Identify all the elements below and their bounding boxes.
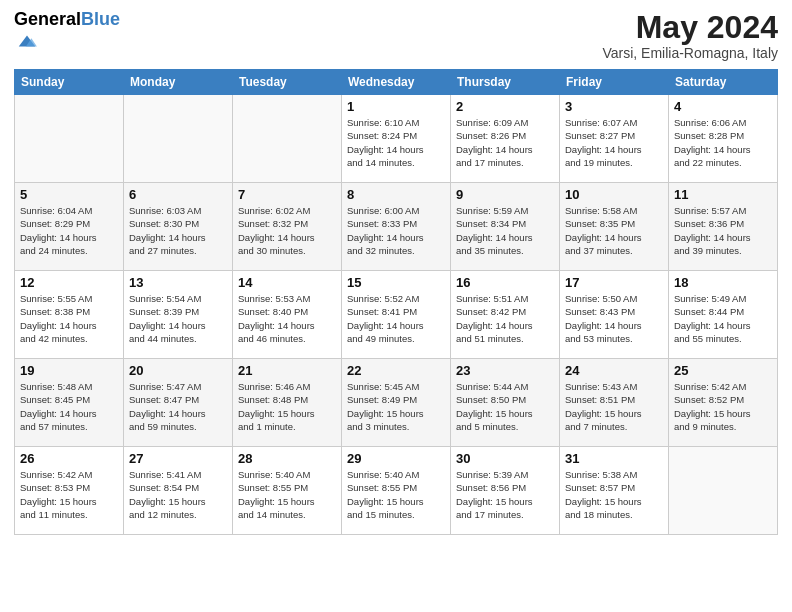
day-number: 5	[20, 187, 118, 202]
day-info: Sunrise: 5:41 AM Sunset: 8:54 PM Dayligh…	[129, 468, 227, 521]
calendar-cell: 13Sunrise: 5:54 AM Sunset: 8:39 PM Dayli…	[124, 271, 233, 359]
day-number: 27	[129, 451, 227, 466]
calendar-cell: 18Sunrise: 5:49 AM Sunset: 8:44 PM Dayli…	[669, 271, 778, 359]
day-info: Sunrise: 5:52 AM Sunset: 8:41 PM Dayligh…	[347, 292, 445, 345]
calendar-cell	[124, 95, 233, 183]
day-number: 15	[347, 275, 445, 290]
calendar-cell	[15, 95, 124, 183]
calendar-cell: 3Sunrise: 6:07 AM Sunset: 8:27 PM Daylig…	[560, 95, 669, 183]
day-number: 9	[456, 187, 554, 202]
day-info: Sunrise: 6:07 AM Sunset: 8:27 PM Dayligh…	[565, 116, 663, 169]
day-number: 20	[129, 363, 227, 378]
day-number: 18	[674, 275, 772, 290]
day-info: Sunrise: 5:58 AM Sunset: 8:35 PM Dayligh…	[565, 204, 663, 257]
day-number: 24	[565, 363, 663, 378]
day-number: 10	[565, 187, 663, 202]
calendar-cell: 17Sunrise: 5:50 AM Sunset: 8:43 PM Dayli…	[560, 271, 669, 359]
col-header-friday: Friday	[560, 70, 669, 95]
day-number: 19	[20, 363, 118, 378]
subtitle: Varsi, Emilia-Romagna, Italy	[602, 45, 778, 61]
day-number: 17	[565, 275, 663, 290]
day-number: 25	[674, 363, 772, 378]
calendar-cell: 20Sunrise: 5:47 AM Sunset: 8:47 PM Dayli…	[124, 359, 233, 447]
day-info: Sunrise: 5:51 AM Sunset: 8:42 PM Dayligh…	[456, 292, 554, 345]
calendar-cell	[233, 95, 342, 183]
calendar-cell: 30Sunrise: 5:39 AM Sunset: 8:56 PM Dayli…	[451, 447, 560, 535]
logo-text: GeneralBlue	[14, 10, 120, 30]
calendar-cell: 15Sunrise: 5:52 AM Sunset: 8:41 PM Dayli…	[342, 271, 451, 359]
col-header-wednesday: Wednesday	[342, 70, 451, 95]
calendar-cell: 24Sunrise: 5:43 AM Sunset: 8:51 PM Dayli…	[560, 359, 669, 447]
calendar-cell: 1Sunrise: 6:10 AM Sunset: 8:24 PM Daylig…	[342, 95, 451, 183]
calendar-cell: 9Sunrise: 5:59 AM Sunset: 8:34 PM Daylig…	[451, 183, 560, 271]
calendar-cell: 29Sunrise: 5:40 AM Sunset: 8:55 PM Dayli…	[342, 447, 451, 535]
day-number: 31	[565, 451, 663, 466]
calendar-cell: 12Sunrise: 5:55 AM Sunset: 8:38 PM Dayli…	[15, 271, 124, 359]
day-number: 13	[129, 275, 227, 290]
day-info: Sunrise: 6:02 AM Sunset: 8:32 PM Dayligh…	[238, 204, 336, 257]
day-number: 29	[347, 451, 445, 466]
day-number: 16	[456, 275, 554, 290]
calendar-week-row: 5Sunrise: 6:04 AM Sunset: 8:29 PM Daylig…	[15, 183, 778, 271]
day-number: 3	[565, 99, 663, 114]
day-number: 23	[456, 363, 554, 378]
day-info: Sunrise: 6:04 AM Sunset: 8:29 PM Dayligh…	[20, 204, 118, 257]
calendar-cell: 14Sunrise: 5:53 AM Sunset: 8:40 PM Dayli…	[233, 271, 342, 359]
calendar-cell: 26Sunrise: 5:42 AM Sunset: 8:53 PM Dayli…	[15, 447, 124, 535]
day-info: Sunrise: 5:42 AM Sunset: 8:52 PM Dayligh…	[674, 380, 772, 433]
day-info: Sunrise: 5:47 AM Sunset: 8:47 PM Dayligh…	[129, 380, 227, 433]
day-info: Sunrise: 5:46 AM Sunset: 8:48 PM Dayligh…	[238, 380, 336, 433]
day-info: Sunrise: 5:55 AM Sunset: 8:38 PM Dayligh…	[20, 292, 118, 345]
day-number: 12	[20, 275, 118, 290]
day-info: Sunrise: 6:06 AM Sunset: 8:28 PM Dayligh…	[674, 116, 772, 169]
calendar-week-row: 1Sunrise: 6:10 AM Sunset: 8:24 PM Daylig…	[15, 95, 778, 183]
logo-icon	[16, 30, 38, 52]
day-info: Sunrise: 5:59 AM Sunset: 8:34 PM Dayligh…	[456, 204, 554, 257]
calendar-cell: 22Sunrise: 5:45 AM Sunset: 8:49 PM Dayli…	[342, 359, 451, 447]
day-number: 1	[347, 99, 445, 114]
calendar-cell: 21Sunrise: 5:46 AM Sunset: 8:48 PM Dayli…	[233, 359, 342, 447]
col-header-saturday: Saturday	[669, 70, 778, 95]
calendar-cell: 8Sunrise: 6:00 AM Sunset: 8:33 PM Daylig…	[342, 183, 451, 271]
calendar-cell: 31Sunrise: 5:38 AM Sunset: 8:57 PM Dayli…	[560, 447, 669, 535]
day-info: Sunrise: 6:09 AM Sunset: 8:26 PM Dayligh…	[456, 116, 554, 169]
day-number: 14	[238, 275, 336, 290]
calendar-cell: 16Sunrise: 5:51 AM Sunset: 8:42 PM Dayli…	[451, 271, 560, 359]
day-number: 21	[238, 363, 336, 378]
col-header-sunday: Sunday	[15, 70, 124, 95]
day-number: 26	[20, 451, 118, 466]
header: GeneralBlue May 2024 Varsi, Emilia-Romag…	[14, 10, 778, 61]
calendar-week-row: 26Sunrise: 5:42 AM Sunset: 8:53 PM Dayli…	[15, 447, 778, 535]
day-info: Sunrise: 5:45 AM Sunset: 8:49 PM Dayligh…	[347, 380, 445, 433]
day-info: Sunrise: 5:57 AM Sunset: 8:36 PM Dayligh…	[674, 204, 772, 257]
day-info: Sunrise: 5:50 AM Sunset: 8:43 PM Dayligh…	[565, 292, 663, 345]
day-info: Sunrise: 5:48 AM Sunset: 8:45 PM Dayligh…	[20, 380, 118, 433]
day-info: Sunrise: 5:43 AM Sunset: 8:51 PM Dayligh…	[565, 380, 663, 433]
page: GeneralBlue May 2024 Varsi, Emilia-Romag…	[0, 0, 792, 612]
day-info: Sunrise: 5:53 AM Sunset: 8:40 PM Dayligh…	[238, 292, 336, 345]
logo: GeneralBlue	[14, 10, 120, 56]
calendar-cell: 11Sunrise: 5:57 AM Sunset: 8:36 PM Dayli…	[669, 183, 778, 271]
calendar-cell: 4Sunrise: 6:06 AM Sunset: 8:28 PM Daylig…	[669, 95, 778, 183]
calendar-cell: 23Sunrise: 5:44 AM Sunset: 8:50 PM Dayli…	[451, 359, 560, 447]
calendar-header-row: SundayMondayTuesdayWednesdayThursdayFrid…	[15, 70, 778, 95]
calendar-cell: 27Sunrise: 5:41 AM Sunset: 8:54 PM Dayli…	[124, 447, 233, 535]
calendar-cell	[669, 447, 778, 535]
day-info: Sunrise: 5:54 AM Sunset: 8:39 PM Dayligh…	[129, 292, 227, 345]
calendar-cell: 2Sunrise: 6:09 AM Sunset: 8:26 PM Daylig…	[451, 95, 560, 183]
calendar-cell: 6Sunrise: 6:03 AM Sunset: 8:30 PM Daylig…	[124, 183, 233, 271]
day-info: Sunrise: 6:00 AM Sunset: 8:33 PM Dayligh…	[347, 204, 445, 257]
day-info: Sunrise: 5:40 AM Sunset: 8:55 PM Dayligh…	[347, 468, 445, 521]
calendar-cell: 10Sunrise: 5:58 AM Sunset: 8:35 PM Dayli…	[560, 183, 669, 271]
calendar-week-row: 19Sunrise: 5:48 AM Sunset: 8:45 PM Dayli…	[15, 359, 778, 447]
day-info: Sunrise: 5:49 AM Sunset: 8:44 PM Dayligh…	[674, 292, 772, 345]
day-number: 4	[674, 99, 772, 114]
calendar-cell: 7Sunrise: 6:02 AM Sunset: 8:32 PM Daylig…	[233, 183, 342, 271]
day-info: Sunrise: 5:39 AM Sunset: 8:56 PM Dayligh…	[456, 468, 554, 521]
day-number: 30	[456, 451, 554, 466]
col-header-tuesday: Tuesday	[233, 70, 342, 95]
day-info: Sunrise: 5:40 AM Sunset: 8:55 PM Dayligh…	[238, 468, 336, 521]
logo-general: General	[14, 9, 81, 29]
day-info: Sunrise: 5:44 AM Sunset: 8:50 PM Dayligh…	[456, 380, 554, 433]
day-info: Sunrise: 5:38 AM Sunset: 8:57 PM Dayligh…	[565, 468, 663, 521]
